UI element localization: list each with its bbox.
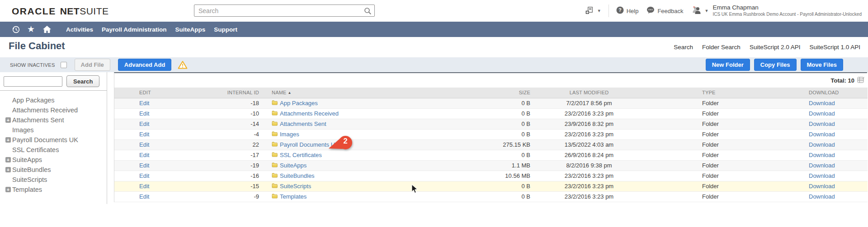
folder-name-link[interactable]: Images [280,131,299,138]
link-suitescript-2-api[interactable]: SuiteScript 2.0 API [750,44,801,51]
download-link[interactable]: Download [809,131,835,138]
col-name[interactable]: NAME▲ [259,88,458,98]
global-search-input[interactable] [194,5,374,16]
user-name: Emma Chapman [712,4,862,12]
table-row: Edit -17 SSL Certificates 0 B 26/9/2016 … [114,150,868,160]
folder-name-link[interactable]: Attachments Sent [280,120,326,127]
folder-label: SuiteScripts [12,176,47,183]
expand-plus-icon[interactable] [5,137,11,143]
add-file-button[interactable]: Add File [75,59,110,71]
move-files-button[interactable]: Move Files [801,59,843,71]
user-roles-menu[interactable]: ▼ [692,6,709,16]
col-download[interactable]: DOWNLOAD [769,88,868,98]
folder-name-link[interactable]: SSL Certificates [280,152,322,158]
folder-label: Attachments Sent [12,116,64,124]
export-csv-icon[interactable] [857,76,865,85]
file-type: Folder [648,108,769,119]
sidebar-folder-suitescripts[interactable]: SuiteScripts [0,175,107,185]
sidebar-folder-templates[interactable]: Templates [0,185,107,195]
folder-filter-input[interactable] [4,76,62,87]
last-modified: 23/2/2016 3:23 pm [530,191,648,202]
last-modified: 23/2/2016 3:23 pm [530,181,648,191]
edit-link[interactable]: Edit [139,193,149,200]
shortcuts-star-icon[interactable]: ★ [27,26,42,33]
edit-link[interactable]: Edit [139,131,149,138]
sidebar-folder-attachments-received[interactable]: Attachments Received [0,105,107,115]
file-type: Folder [648,129,769,139]
show-inactives-checkbox[interactable] [61,62,67,68]
table-row: Edit -4 Images 0 B 23/2/2016 3:23 pm Fol… [114,129,868,139]
sidebar-folder-payroll-documents-uk[interactable]: Payroll Documents UK [0,135,107,145]
advanced-add-button[interactable]: Advanced Add [118,59,172,71]
folder-name-link[interactable]: Templates [280,193,307,200]
top-header: ORACLENETSUITE ▼ ? Help Feedback [0,0,868,22]
sidebar-folder-suiteapps[interactable]: SuiteApps [0,155,107,165]
nav-payroll-administration[interactable]: Payroll Administration [102,23,167,37]
sidebar-folder-app-packages[interactable]: App Packages [0,95,107,105]
nav-activities[interactable]: Activities [66,23,93,37]
download-link[interactable]: Download [809,110,835,117]
oracle-netsuite-logo: ORACLENETSUITE [12,6,109,17]
sidebar-folder-ssl-certificates[interactable]: SSL Certificates [0,145,107,155]
logo-suite-text: SUITE [80,6,108,16]
sidebar-folder-attachments-sent[interactable]: Attachments Sent [0,115,107,125]
link-search[interactable]: Search [674,44,693,51]
folder-name-link[interactable]: SuiteScripts [280,183,311,190]
download-link[interactable]: Download [809,120,835,127]
col-type[interactable]: TYPE [648,88,769,98]
edit-link[interactable]: Edit [139,110,149,117]
edit-link[interactable]: Edit [139,100,149,107]
new-folder-button[interactable]: New Folder [706,59,750,71]
edit-link[interactable]: Edit [139,152,149,158]
nav-support[interactable]: Support [214,23,237,37]
folder-name-link[interactable]: Payroll Documents UK [280,141,339,148]
download-link[interactable]: Download [809,193,835,200]
download-link[interactable]: Download [809,100,835,107]
link-folder-search[interactable]: Folder Search [702,44,741,51]
table-row: Edit -19 SuiteApps 1.1 MB 8/2/2016 9:38 … [114,160,868,171]
folder-name-link[interactable]: App Packages [280,100,318,107]
feedback-label: Feedback [657,8,683,14]
internal-id: -16 [169,171,259,181]
edit-link[interactable]: Edit [139,120,149,127]
download-link[interactable]: Download [809,183,835,190]
user-info[interactable]: Emma Chapman ICS UK Emma Rushbrook Demo … [712,4,862,17]
expand-plus-icon[interactable] [5,167,11,172]
edit-link[interactable]: Edit [139,172,149,179]
edit-link[interactable]: Edit [139,162,149,169]
expand-plus-icon[interactable] [5,117,11,123]
file-type: Folder [648,191,769,202]
help-menu[interactable]: ? Help [616,6,639,15]
col-size[interactable]: SIZE [458,88,530,98]
edit-link[interactable]: Edit [139,183,149,190]
search-icon[interactable] [364,7,372,17]
folder-icon [272,162,278,169]
recent-records-icon[interactable] [12,25,27,34]
col-last-modified[interactable]: LAST MODIFIED [530,88,648,98]
link-suitescript-1-api[interactable]: SuiteScript 1.0 API [809,44,860,51]
feedback-menu[interactable]: Feedback [646,6,683,15]
create-new-menu[interactable]: ▼ [585,6,601,16]
folder-name-link[interactable]: Attachments Received [280,110,339,117]
col-internal-id[interactable]: INTERNAL ID [169,88,259,98]
sidebar-folder-images[interactable]: Images [0,125,107,135]
download-link[interactable]: Download [809,141,835,148]
download-link[interactable]: Download [809,152,835,158]
edit-link[interactable]: Edit [139,141,149,148]
copy-files-button[interactable]: Copy Files [754,59,797,71]
col-edit[interactable]: EDIT [114,88,169,98]
download-link[interactable]: Download [809,172,835,179]
nav-suiteapps[interactable]: SuiteApps [175,23,206,37]
title-row: File Cabinet Search Folder Search SuiteS… [0,37,868,57]
folder-name-link[interactable]: SuiteApps [280,162,307,169]
folder-search-button[interactable]: Search [66,75,99,87]
expand-plus-icon[interactable] [5,187,11,192]
folder-name-link[interactable]: SuiteBundles [280,172,315,179]
home-icon[interactable] [42,25,58,33]
download-link[interactable]: Download [809,162,835,169]
expand-plus-icon[interactable] [5,157,11,162]
folder-icon [272,141,278,148]
total-count: Total: 10 [831,77,855,84]
file-type: Folder [648,119,769,129]
sidebar-folder-suitebundles[interactable]: SuiteBundles [0,165,107,175]
